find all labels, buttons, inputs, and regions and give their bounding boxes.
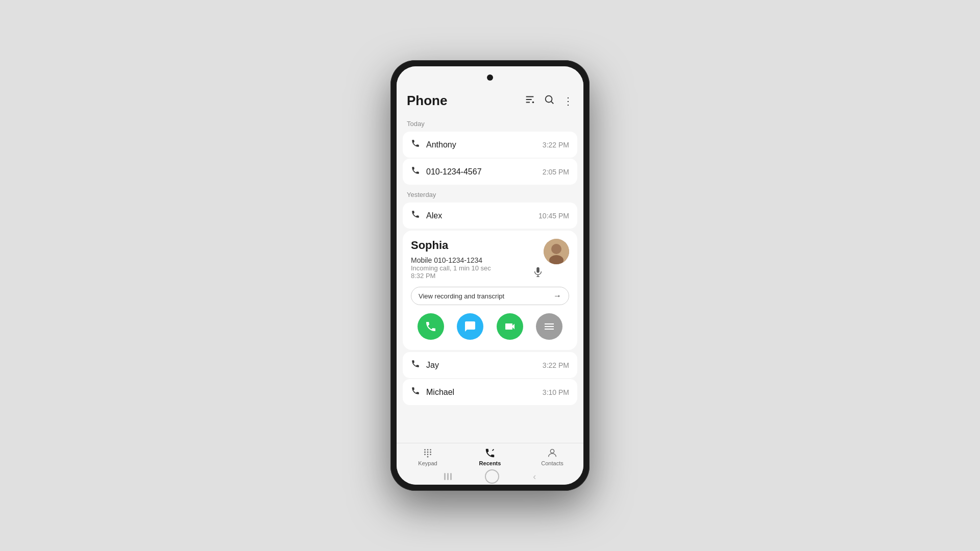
- call-name-jay: Jay: [426, 361, 439, 370]
- call-time-jay: 3:22 PM: [543, 361, 569, 369]
- svg-point-23: [430, 454, 431, 455]
- svg-point-22: [427, 454, 429, 455]
- bottom-nav: Keypad Recents Contacts: [397, 443, 583, 468]
- filter-icon[interactable]: [524, 94, 535, 108]
- sophia-card[interactable]: Sophia Mobile 010-1234-1234 Incoming cal…: [403, 231, 577, 350]
- call-phone-icon-alex: [411, 210, 420, 221]
- svg-point-10: [551, 244, 561, 254]
- recent-apps-icon[interactable]: [444, 473, 452, 480]
- more-icon[interactable]: ⋮: [563, 95, 573, 107]
- svg-point-18: [424, 452, 426, 453]
- call-phone-icon-number: [411, 166, 420, 178]
- nav-contacts[interactable]: Contacts: [521, 447, 583, 466]
- message-button[interactable]: [457, 313, 483, 340]
- svg-line-5: [551, 102, 553, 104]
- svg-point-3: [532, 102, 534, 104]
- sophia-details: Mobile 010-1234-1234 Incoming call, 1 mi…: [411, 256, 544, 280]
- nav-keypad[interactable]: Keypad: [397, 447, 459, 466]
- call-item-alex[interactable]: Alex 10:45 PM: [403, 203, 577, 229]
- sophia-call-info-row: Incoming call, 1 min 10 sec 8:32 PM: [411, 264, 544, 280]
- header-icons: ⋮: [524, 94, 573, 108]
- call-time-alex: 10:45 PM: [538, 212, 569, 220]
- call-name-anthony: Anthony: [426, 140, 456, 149]
- call-name-michael: Michael: [426, 388, 454, 397]
- call-item-left-alex: Alex: [411, 210, 442, 221]
- call-button[interactable]: [418, 313, 444, 340]
- call-item-left-jay: Jay: [411, 359, 439, 371]
- sophia-avatar: [544, 239, 569, 264]
- svg-point-19: [427, 452, 429, 453]
- yesterday-label: Yesterday: [397, 186, 583, 202]
- sophia-name: Sophia: [411, 239, 544, 252]
- home-indicator: ‹: [397, 468, 583, 485]
- phone-frame: Phone ⋮: [390, 60, 590, 491]
- svg-point-15: [424, 449, 426, 450]
- call-item-left-number: 010-1234-4567: [411, 166, 482, 178]
- more-button[interactable]: [536, 313, 562, 340]
- sophia-number: Mobile 010-1234-1234: [411, 256, 544, 264]
- nav-contacts-label: Contacts: [541, 460, 563, 466]
- sophia-call-desc: Incoming call, 1 min 10 sec 8:32 PM: [411, 264, 491, 280]
- call-item-number[interactable]: 010-1234-4567 2:05 PM: [403, 159, 577, 185]
- camera-dot: [487, 74, 493, 81]
- svg-point-20: [430, 452, 431, 453]
- svg-point-24: [427, 456, 429, 458]
- svg-point-4: [546, 96, 552, 103]
- today-label: Today: [397, 115, 583, 131]
- search-icon[interactable]: [544, 94, 555, 108]
- nav-recents[interactable]: Recents: [459, 447, 521, 466]
- mic-icon: [532, 266, 544, 278]
- svg-point-16: [427, 449, 429, 450]
- svg-point-25: [550, 449, 554, 453]
- call-phone-icon-jay: [411, 359, 420, 371]
- svg-point-17: [430, 449, 431, 450]
- call-phone-icon-michael: [411, 386, 420, 398]
- sophia-header: Sophia Mobile 010-1234-1234 Incoming cal…: [411, 239, 569, 282]
- call-name-alex: Alex: [426, 211, 442, 220]
- back-button[interactable]: ‹: [533, 471, 536, 482]
- status-bar: [397, 66, 583, 89]
- scroll-content: Today Anthony 3:22 PM: [397, 115, 583, 443]
- home-button[interactable]: [485, 469, 499, 484]
- sophia-action-buttons: [411, 310, 569, 342]
- svg-rect-6: [536, 267, 540, 273]
- phone-screen: Phone ⋮: [397, 66, 583, 485]
- video-button[interactable]: [497, 313, 523, 340]
- call-time-anthony: 3:22 PM: [543, 141, 569, 149]
- arrow-right-icon: →: [553, 291, 561, 300]
- call-item-left: Anthony: [411, 139, 456, 151]
- nav-keypad-label: Keypad: [418, 460, 437, 466]
- call-time-number: 2:05 PM: [543, 168, 569, 176]
- svg-point-21: [424, 454, 426, 455]
- call-time-michael: 3:10 PM: [543, 388, 569, 396]
- app-header: Phone ⋮: [397, 89, 583, 115]
- call-item-michael[interactable]: Michael 3:10 PM: [403, 379, 577, 405]
- call-item-left-michael: Michael: [411, 386, 454, 398]
- call-phone-icon-anthony: [411, 139, 420, 151]
- app-title: Phone: [407, 93, 447, 109]
- call-item-jay[interactable]: Jay 3:22 PM: [403, 352, 577, 378]
- view-recording-button[interactable]: View recording and transcript →: [411, 287, 569, 305]
- nav-recents-label: Recents: [479, 460, 501, 466]
- sophia-left-info: Sophia Mobile 010-1234-1234 Incoming cal…: [411, 239, 544, 282]
- view-recording-label: View recording and transcript: [419, 292, 504, 300]
- call-item-anthony[interactable]: Anthony 3:22 PM: [403, 132, 577, 158]
- call-name-number: 010-1234-4567: [426, 167, 482, 177]
